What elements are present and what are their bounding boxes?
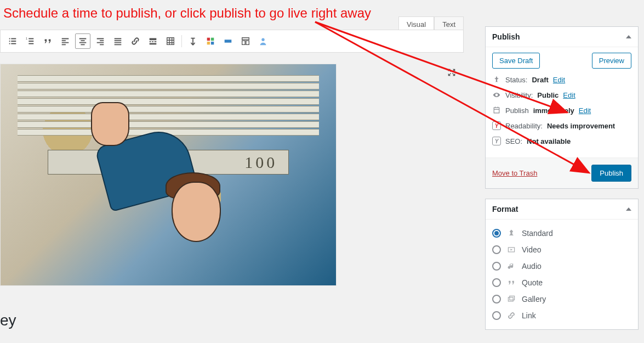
publish-time-label: Publish	[505, 106, 529, 115]
yoast-readability-icon	[492, 121, 501, 130]
format-panel-header[interactable]: Format	[486, 199, 638, 220]
publish-panel: Publish Save Draft Preview Status: Draft…	[485, 26, 639, 189]
format-gallery[interactable]: Gallery	[492, 291, 631, 307]
radio-icon	[492, 278, 501, 287]
collapse-icon	[626, 207, 631, 211]
svg-rect-5	[225, 40, 232, 42]
editor-main: Visual Text 1 100	[0, 0, 469, 343]
svg-text:1: 1	[26, 37, 27, 40]
link-icon[interactable]	[128, 33, 143, 49]
blockquote-icon[interactable]	[40, 33, 55, 49]
readability-label: Readability:	[505, 122, 543, 130]
yoast-seo-icon	[492, 137, 501, 145]
featured-image: 100	[1, 64, 336, 285]
radio-checked-icon	[492, 229, 501, 238]
user-icon[interactable]	[255, 33, 271, 49]
visibility-value: Public	[537, 91, 558, 99]
addon-blocks-icon[interactable]	[203, 33, 218, 49]
quote-icon	[506, 278, 516, 288]
seo-row: SEO: Not available	[492, 137, 631, 145]
video-icon	[506, 245, 516, 255]
format-label: Link	[522, 311, 536, 320]
list-ol-icon[interactable]: 1	[22, 33, 38, 49]
insert-more-icon[interactable]	[145, 33, 161, 49]
visibility-row: Visibility: Public Edit	[492, 91, 631, 99]
publish-panel-title: Publish	[492, 32, 520, 41]
format-standard[interactable]: Standard	[492, 225, 631, 241]
format-label: Video	[522, 245, 542, 254]
featured-image-area[interactable]: 100	[0, 64, 337, 286]
svg-rect-4	[211, 42, 214, 44]
seo-label: SEO:	[505, 137, 522, 145]
status-edit-link[interactable]: Edit	[553, 76, 565, 84]
calendar-icon	[492, 106, 501, 115]
radio-icon	[492, 311, 501, 320]
format-audio[interactable]: Audio	[492, 258, 631, 274]
align-justify-icon[interactable]	[110, 33, 126, 49]
publish-panel-header[interactable]: Publish	[486, 27, 638, 47]
svg-rect-8	[508, 297, 513, 301]
visibility-edit-link[interactable]: Edit	[563, 91, 575, 99]
layout-icon[interactable]	[238, 33, 253, 49]
publish-time-row: Publish immediately Edit	[492, 106, 631, 115]
format-panel-title: Format	[492, 205, 518, 213]
readability-row: Readability: Needs improvement	[492, 121, 631, 130]
align-center-icon[interactable]	[75, 33, 90, 49]
format-quote[interactable]: Quote	[492, 274, 631, 291]
seo-value: Not available	[527, 137, 571, 145]
svg-point-6	[261, 38, 264, 41]
radio-icon	[492, 245, 501, 254]
align-right-icon[interactable]	[93, 33, 108, 49]
svg-rect-2	[211, 38, 214, 41]
readability-value: Needs improvement	[547, 122, 615, 130]
format-video[interactable]: Video	[492, 241, 631, 258]
fullscreen-icon[interactable]	[447, 68, 457, 79]
format-label: Standard	[522, 229, 553, 238]
gallery-icon	[506, 294, 516, 304]
editor-toolbar: 1	[0, 30, 464, 53]
format-list: Standard Video Audio Quote	[492, 225, 631, 324]
format-panel: Format Standard Video Audio	[485, 199, 639, 330]
visibility-label: Visibility:	[505, 91, 533, 99]
svg-rect-3	[207, 42, 210, 44]
list-ul-icon[interactable]	[5, 33, 20, 49]
link-small-icon	[506, 311, 516, 320]
publish-time-edit-link[interactable]: Edit	[579, 106, 591, 115]
table-icon[interactable]	[163, 33, 178, 49]
collapse-icon	[626, 35, 631, 38]
format-label: Quote	[522, 278, 543, 287]
save-draft-button[interactable]: Save Draft	[492, 53, 540, 69]
status-label: Status:	[505, 76, 527, 84]
highlight-icon[interactable]	[220, 33, 236, 49]
svg-rect-9	[510, 296, 515, 300]
format-label: Audio	[522, 262, 542, 271]
audio-icon	[506, 261, 516, 271]
format-label: Gallery	[522, 295, 546, 303]
toolbar-divider	[181, 35, 182, 47]
publish-button[interactable]: Publish	[591, 165, 631, 182]
status-row: Status: Draft Edit	[492, 75, 631, 84]
radio-icon	[492, 295, 501, 303]
eye-icon	[492, 91, 501, 99]
post-title-fragment[interactable]: ey	[0, 312, 16, 329]
pushpin-icon	[506, 228, 516, 238]
status-value: Draft	[532, 76, 548, 84]
pin-icon	[492, 75, 501, 84]
move-to-trash-link[interactable]: Move to Trash	[492, 169, 537, 177]
editor-sidebar: Publish Save Draft Preview Status: Draft…	[485, 0, 639, 330]
radio-icon	[492, 262, 501, 271]
text-direction-icon[interactable]	[185, 33, 201, 49]
align-left-icon[interactable]	[58, 33, 73, 49]
publish-time-value: immediately	[533, 106, 574, 115]
preview-button[interactable]: Preview	[592, 53, 631, 69]
format-link[interactable]: Link	[492, 307, 631, 324]
svg-rect-1	[207, 38, 210, 41]
